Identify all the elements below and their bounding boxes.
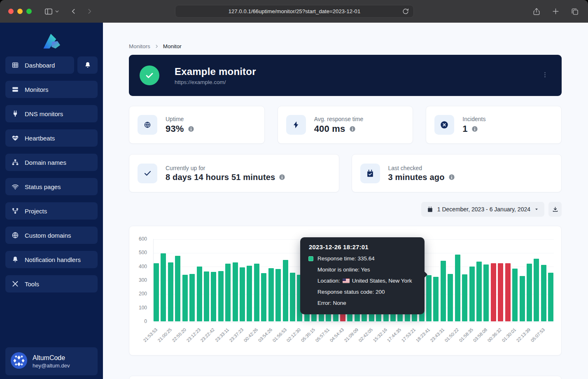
chart-bar[interactable] xyxy=(154,263,159,321)
account-card[interactable]: AltumCode hey@altum.dev xyxy=(5,347,98,375)
calendar-icon xyxy=(427,206,433,213)
chart-bar[interactable] xyxy=(204,271,209,321)
info-icon[interactable] xyxy=(349,126,356,132)
check-icon xyxy=(138,164,157,183)
zoom-button[interactable] xyxy=(26,9,32,14)
chart-bar[interactable] xyxy=(483,264,489,321)
y-axis-tick-label: 200 xyxy=(129,291,147,297)
chart-bar[interactable] xyxy=(254,264,259,321)
forward-icon xyxy=(86,8,93,15)
chart-bar[interactable] xyxy=(261,273,266,321)
chart-bar[interactable] xyxy=(161,253,166,321)
chart-bar[interactable] xyxy=(433,277,439,321)
chart-bar-hovered[interactable] xyxy=(426,275,432,321)
close-button[interactable] xyxy=(8,9,14,14)
stat-label: Uptime xyxy=(166,116,194,122)
chart-bar[interactable] xyxy=(534,259,539,321)
chart-bar[interactable] xyxy=(455,255,460,321)
stat-value: 8 days 14 hours 51 minutes xyxy=(166,173,275,182)
share-icon[interactable] xyxy=(532,7,541,16)
chart-bar[interactable] xyxy=(247,266,252,321)
chart-bar[interactable] xyxy=(498,263,503,321)
sidebar-item-dns-monitors[interactable]: DNS monitors xyxy=(5,105,98,122)
sidebar-item-dashboard[interactable]: Dashboard xyxy=(5,56,74,74)
chart-bar[interactable] xyxy=(520,276,525,321)
new-tab-icon[interactable] xyxy=(552,7,560,15)
info-icon[interactable] xyxy=(448,174,455,180)
chart-bar[interactable] xyxy=(283,260,288,321)
chart-bar[interactable] xyxy=(527,264,532,321)
sidebar-item-projects[interactable]: Projects xyxy=(5,202,98,220)
account-name: AltumCode xyxy=(33,354,70,362)
reload-icon[interactable] xyxy=(401,7,410,17)
kebab-menu-icon[interactable] xyxy=(539,69,551,82)
main-content: Monitors Monitor Example monitor https:/… xyxy=(103,23,588,379)
window-controls xyxy=(8,9,32,14)
sidebar-item-label: Custom domains xyxy=(25,232,71,239)
date-range-picker[interactable]: 1 December, 2023 - 6 January, 2024 xyxy=(421,202,544,217)
chart-bar[interactable] xyxy=(469,267,475,321)
chart-bar[interactable] xyxy=(448,274,453,321)
info-icon[interactable] xyxy=(471,126,478,132)
chart-bar[interactable] xyxy=(462,274,467,321)
stats-row: Uptime93%Avg. response time400 msInciden… xyxy=(129,106,562,144)
tab-overview-icon[interactable] xyxy=(571,7,579,16)
chart-bar[interactable] xyxy=(168,262,173,321)
chart-bar[interactable] xyxy=(233,262,238,321)
y-axis-tick-label: 0 xyxy=(129,318,147,324)
sidebar-item-label: Tools xyxy=(25,281,39,288)
chart-bar[interactable] xyxy=(197,267,202,321)
chart-bar[interactable] xyxy=(268,268,274,321)
monitor-header-card: Example monitor https://example.com/ xyxy=(129,55,562,96)
chart-bar[interactable] xyxy=(441,261,446,321)
chart-bar[interactable] xyxy=(512,269,518,321)
stat-value: 3 minutes ago xyxy=(388,173,445,182)
chart-bar[interactable] xyxy=(182,275,188,321)
chart-bar[interactable] xyxy=(290,273,295,321)
sitemap-icon xyxy=(12,159,19,166)
sidebar-item-heartbeats[interactable]: Heartbeats xyxy=(5,129,98,147)
back-icon[interactable] xyxy=(70,8,77,15)
chart-bar[interactable] xyxy=(189,274,195,321)
stat-label: Avg. response time xyxy=(314,116,364,122)
globe-icon xyxy=(12,232,19,239)
app-logo[interactable] xyxy=(5,27,98,56)
stat-card-incidents: Incidents1 xyxy=(426,106,562,144)
chart-bar[interactable] xyxy=(491,263,496,321)
y-axis-tick-label: 100 xyxy=(129,305,147,311)
sidebar-item-custom-domains[interactable]: Custom domains xyxy=(5,227,98,244)
stat-value: 93% xyxy=(166,124,184,134)
sidebar-item-tools[interactable]: Tools xyxy=(5,275,98,292)
y-axis-tick-label: 600 xyxy=(129,236,147,242)
sidebar-item-status-pages[interactable]: Status pages xyxy=(5,178,98,195)
breadcrumb-monitors-link[interactable]: Monitors xyxy=(129,43,150,49)
chart-bar[interactable] xyxy=(476,262,482,321)
caret-down-icon xyxy=(534,207,539,211)
sidebar-item-label: Domain names xyxy=(25,159,66,166)
chevron-down-icon[interactable] xyxy=(55,9,59,14)
minimize-button[interactable] xyxy=(17,9,23,14)
chart-bar[interactable] xyxy=(211,272,216,321)
chart-bar[interactable] xyxy=(175,256,180,321)
sidebar-item-notification-handlers[interactable]: Notification handlers xyxy=(5,251,98,268)
chart-bar[interactable] xyxy=(505,263,511,321)
info-icon[interactable] xyxy=(279,174,285,180)
account-email: hey@altum.dev xyxy=(33,363,70,369)
notifications-bell-button[interactable] xyxy=(77,56,98,74)
monitor-name: Example monitor xyxy=(175,66,256,77)
stat-label: Last checked xyxy=(388,165,455,171)
address-bar[interactable]: 127.0.0.1/66uptime/monitor/25?start_date… xyxy=(175,5,414,18)
series-swatch-icon xyxy=(308,256,313,261)
chart-bar[interactable] xyxy=(225,264,231,321)
download-button[interactable] xyxy=(548,202,562,217)
info-icon[interactable] xyxy=(188,126,194,132)
chart-bar[interactable] xyxy=(548,273,553,321)
chart-bar[interactable] xyxy=(218,271,224,321)
sidebar-item-monitors[interactable]: Monitors xyxy=(5,81,98,98)
chart-bar[interactable] xyxy=(541,265,546,321)
sidebar-item-domain-names[interactable]: Domain names xyxy=(5,154,98,171)
chart-bar[interactable] xyxy=(275,269,281,321)
chart-bar[interactable] xyxy=(240,267,245,321)
sidebar-toggle-icon[interactable] xyxy=(44,7,53,16)
bell-icon xyxy=(84,61,91,69)
